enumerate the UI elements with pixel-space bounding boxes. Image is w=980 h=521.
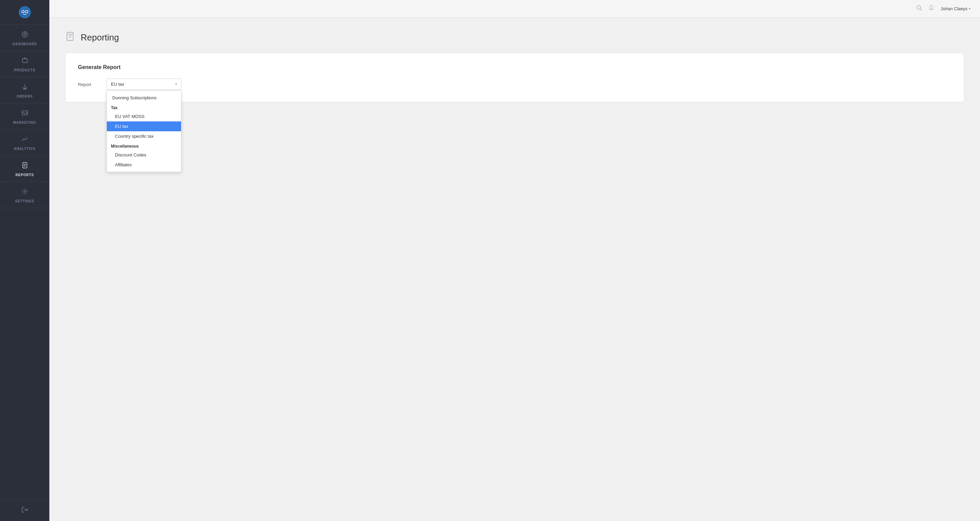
report-dropdown-wrapper: EU tax ▾ Dunning Subscriptions Tax xyxy=(107,79,181,90)
group-label: Tax xyxy=(111,105,118,110)
svg-point-3 xyxy=(22,11,24,13)
sidebar-item-label: REPORTS xyxy=(16,173,34,177)
svg-point-10 xyxy=(24,33,26,35)
sidebar-item-reports[interactable]: REPORTS xyxy=(0,156,49,182)
settings-icon xyxy=(21,188,28,197)
owl-logo-icon xyxy=(19,6,31,18)
sidebar-navigation: DASHBOARD PRODUCTS ORDERS xyxy=(0,25,49,500)
group-label: Miscellaneous xyxy=(111,144,139,149)
sidebar-item-orders[interactable]: ORDERS xyxy=(0,77,49,103)
dropdown-item-label: Discount Codes xyxy=(115,152,146,157)
page-header: Reporting xyxy=(66,31,964,44)
dropdown-group-miscellaneous: Miscellaneous xyxy=(107,141,181,150)
user-name: Johan Claeys xyxy=(940,6,967,11)
sidebar-item-analytics[interactable]: ANALYTICS xyxy=(0,130,49,156)
dropdown-chevron-icon: ▾ xyxy=(175,82,177,86)
notification-bell-icon[interactable] xyxy=(928,5,934,13)
search-icon[interactable] xyxy=(916,5,922,13)
user-menu[interactable]: Johan Claeys ▾ xyxy=(940,6,970,11)
svg-point-6 xyxy=(27,11,27,11)
sidebar-bottom xyxy=(0,500,49,521)
dropdown-item-eu-tax[interactable]: EU tax xyxy=(107,121,181,131)
dropdown-item-label: Country specific tax xyxy=(115,133,153,139)
sidebar-item-label: ORDERS xyxy=(17,95,33,98)
sidebar-item-dashboard[interactable]: DASHBOARD xyxy=(0,25,49,51)
svg-rect-23 xyxy=(67,32,73,40)
svg-point-21 xyxy=(917,6,921,10)
dropdown-item-country-specific-tax[interactable]: Country specific tax xyxy=(107,131,181,141)
analytics-icon xyxy=(21,136,28,144)
sidebar-item-label: PRODUCTS xyxy=(14,68,35,72)
report-label: Report xyxy=(78,79,98,87)
generate-report-card: Generate Report Report EU tax ▾ Dunning … xyxy=(66,53,964,102)
dropdown-selected-value: EU tax xyxy=(111,82,124,87)
dashboard-icon xyxy=(21,31,28,40)
products-icon xyxy=(21,57,28,66)
report-dropdown-trigger[interactable]: EU tax ▾ xyxy=(107,79,181,90)
dropdown-group-tax: Tax xyxy=(107,103,181,111)
dropdown-item-label: EU VAT MOSS xyxy=(115,114,145,119)
dropdown-item-discount-codes[interactable]: Discount Codes xyxy=(107,150,181,160)
topbar: Johan Claeys ▾ xyxy=(49,0,980,18)
svg-rect-12 xyxy=(22,59,27,63)
dropdown-item-label: EU tax xyxy=(115,124,128,129)
marketing-icon xyxy=(21,110,28,118)
sidebar-item-label: MARKETING xyxy=(13,121,37,124)
main-content: Reporting Generate Report Report EU tax … xyxy=(49,18,980,521)
logout-button[interactable] xyxy=(21,506,29,516)
sidebar-item-label: ANALYTICS xyxy=(14,147,36,151)
orders-icon xyxy=(21,83,28,92)
dropdown-item-dunning-subscriptions[interactable]: Dunning Subscriptions xyxy=(107,93,181,103)
sidebar-item-marketing[interactable]: MARKETING xyxy=(0,103,49,130)
svg-point-19 xyxy=(24,191,25,192)
sidebar-item-products[interactable]: PRODUCTS xyxy=(0,51,49,77)
dropdown-item-eu-vat-moss[interactable]: EU VAT MOSS xyxy=(107,111,181,121)
report-dropdown-menu: Dunning Subscriptions Tax EU VAT MOSS EU… xyxy=(107,91,181,172)
sidebar-item-settings[interactable]: SETTINGS xyxy=(0,182,49,208)
sidebar: DASHBOARD PRODUCTS ORDERS xyxy=(0,0,49,521)
dropdown-item-label: Dunning Subscriptions xyxy=(112,95,156,100)
report-form-row: Report EU tax ▾ Dunning Subscriptions T xyxy=(78,79,951,90)
svg-point-5 xyxy=(23,11,24,11)
card-title: Generate Report xyxy=(78,64,951,70)
reports-icon xyxy=(21,162,28,170)
sidebar-item-label: DASHBOARD xyxy=(12,42,37,46)
main-area: Johan Claeys ▾ Reporting Generate Report xyxy=(49,0,980,521)
sidebar-logo xyxy=(0,0,49,25)
dropdown-item-label: Affiliates xyxy=(115,162,132,167)
svg-line-22 xyxy=(920,9,922,11)
svg-point-4 xyxy=(25,11,27,13)
svg-point-0 xyxy=(19,6,31,18)
chevron-down-icon: ▾ xyxy=(969,7,970,11)
dropdown-item-affiliates[interactable]: Affiliates xyxy=(107,160,181,170)
sidebar-item-label: SETTINGS xyxy=(15,199,34,203)
page-title: Reporting xyxy=(81,32,119,43)
reporting-icon xyxy=(66,31,76,44)
